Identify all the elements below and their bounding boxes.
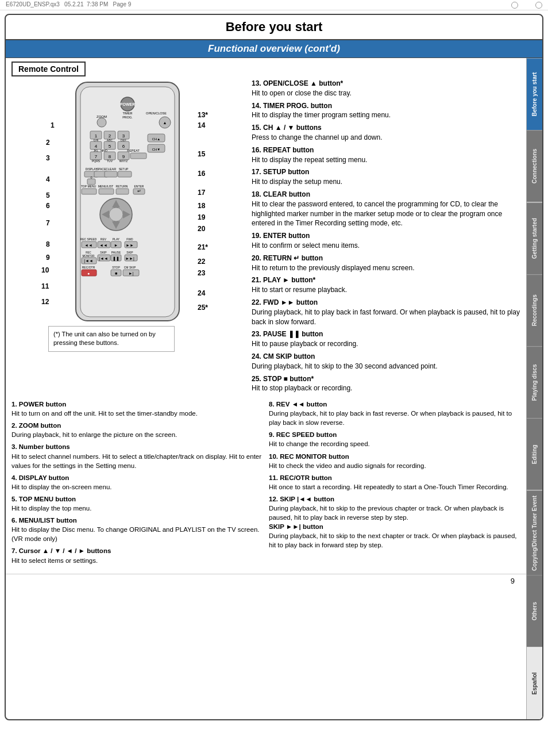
label-14: 14 [198, 121, 205, 129]
svg-text:REC/OTR: REC/OTR [82, 266, 95, 269]
side-tabs-container: Before you startConnectionsGetting start… [526, 58, 542, 719]
left-list-item: 4. DISPLAY buttonHit to display the on-s… [11, 473, 263, 492]
svg-text:REPEAT: REPEAT [127, 149, 140, 152]
right-list-item: 16. REPEAT buttonHit to display the repe… [252, 145, 522, 165]
svg-text:OPEN/CLOSE: OPEN/CLOSE [146, 112, 167, 115]
svg-text:TOP MENU: TOP MENU [81, 185, 97, 188]
label-18: 18 [198, 202, 205, 210]
svg-text:CM SKIP: CM SKIP [124, 266, 136, 269]
svg-rect-52 [118, 171, 132, 177]
right-list-item: 23. PAUSE ❚❚ buttonHit to pause playback… [252, 329, 522, 349]
left-list-item: 6. MENU/LIST buttonHit to display the Di… [11, 516, 263, 543]
svg-text:ENTER: ENTER [134, 185, 144, 188]
label-17: 17 [198, 189, 205, 197]
footnote: (*) The unit can also be turned on by pr… [48, 326, 175, 352]
svg-text:►►|: ►►| [125, 256, 134, 261]
label-6: 6 [46, 202, 50, 210]
svg-text:FWD: FWD [126, 237, 133, 241]
left-list-item: 9. REC SPEED buttonHit to change the rec… [269, 430, 520, 448]
label-24: 24 [198, 289, 205, 297]
label-22: 22 [198, 258, 205, 266]
label-9: 9 [46, 254, 50, 262]
left-list-item: 5. TOP MENU buttonHit to display the top… [11, 494, 263, 513]
label-20: 20 [198, 225, 205, 233]
svg-text:|◄◄: |◄◄ [99, 256, 108, 261]
svg-rect-48 [87, 179, 95, 185]
svg-text:PAUSE: PAUSE [111, 251, 121, 254]
label-5: 5 [46, 191, 50, 199]
svg-text:↵: ↵ [137, 189, 141, 194]
remote-control-label: Remote Control [11, 62, 86, 76]
svg-text:SKIP: SKIP [126, 251, 133, 254]
left-list-item: 3. Number buttonsHit to select channel n… [11, 442, 263, 470]
side-tab[interactable]: Before you start [527, 58, 542, 130]
right-list-item: 21. PLAY ► button*Hit to start or resume… [252, 275, 522, 295]
svg-text:2: 2 [109, 133, 111, 139]
svg-text:▲: ▲ [163, 121, 167, 125]
side-tab[interactable]: Getting started [527, 202, 542, 274]
svg-text:PROG.: PROG. [122, 116, 133, 119]
side-tab[interactable]: Copying/Direct Tuner Event [527, 490, 542, 575]
svg-rect-54 [82, 189, 97, 194]
svg-text:1: 1 [95, 133, 98, 139]
left-list-item: 2. ZOOM buttonDuring playback, hit to en… [11, 421, 263, 439]
svg-text:3: 3 [122, 133, 125, 139]
svg-text:◄◄: ◄◄ [84, 243, 92, 247]
label-2: 2 [46, 139, 50, 147]
side-tab[interactable]: Connections [527, 130, 542, 202]
svg-text:CH▲: CH▲ [152, 137, 161, 141]
left-list-item: 11. REC/OTR buttonHit once to start a re… [269, 473, 520, 492]
svg-text:STOP: STOP [112, 266, 120, 269]
page-title: Before you start [6, 15, 542, 40]
svg-text:TIMER: TIMER [122, 112, 132, 115]
right-list-item: 13. OPEN/CLOSE ▲ button*Hit to open or c… [252, 79, 522, 98]
section-title: Functional overview (cont'd) [6, 40, 542, 58]
svg-text:●: ● [87, 271, 90, 275]
svg-point-5 [97, 118, 106, 127]
svg-text:◄◄: ◄◄ [99, 243, 107, 247]
left-list-item: 8. REV ◄◄ buttonDuring playback, hit to … [269, 400, 520, 427]
svg-text:CH▼: CH▼ [152, 148, 161, 151]
label-13star: 13* [198, 111, 208, 119]
svg-text:WXYZ: WXYZ [119, 159, 128, 163]
side-tab[interactable]: Others [527, 575, 542, 647]
svg-text:CLEAR: CLEAR [106, 167, 116, 171]
svg-text:9: 9 [122, 154, 125, 159]
svg-text:POWER: POWER [120, 102, 135, 106]
svg-rect-58 [116, 189, 129, 194]
svg-text:5: 5 [109, 144, 111, 149]
left-list-item: 7. Cursor ▲ / ▼ / ◄ / ► buttonsHit to se… [11, 546, 263, 565]
left-list-item: 10. REC MONITOR buttonHit to check the v… [269, 452, 520, 470]
svg-text:TUV: TUV [107, 159, 113, 163]
label-4: 4 [46, 175, 50, 183]
label-7: 7 [46, 219, 50, 227]
label-15: 15 [198, 150, 205, 158]
label-19: 19 [198, 213, 205, 221]
left-list-item: 1. POWER buttonHit to turn on and off th… [11, 400, 263, 418]
label-12: 12 [41, 298, 49, 306]
svg-text:■: ■ [115, 271, 117, 275]
svg-text:REC: REC [86, 251, 91, 254]
svg-text:SPACE: SPACE [97, 167, 106, 171]
side-tab[interactable]: Recordings [527, 274, 542, 346]
svg-rect-50 [105, 171, 117, 177]
page-number: 9 [6, 574, 526, 588]
label-1: 1 [51, 121, 55, 129]
remote-diagram: 1 2 3 4 5 6 7 8 9 10 11 12 [8, 76, 249, 396]
right-list-item: 17. SETUP buttonHit to display the setup… [252, 167, 522, 187]
svg-text:REV: REV [101, 237, 107, 241]
label-21star: 21* [198, 243, 208, 251]
side-tab[interactable]: Editing [527, 418, 542, 490]
side-tab[interactable]: Playing discs [527, 346, 542, 418]
svg-text:SKIP: SKIP [100, 251, 107, 254]
label-11: 11 [41, 282, 49, 290]
right-list-item: 20. RETURN ↵ buttonHit to return to the … [252, 254, 522, 273]
svg-text:SETUP: SETUP [119, 167, 129, 171]
doc-info: E6720UD_ENSP.qx3 05.2.21 7:38 PM Page 9 [6, 1, 131, 9]
svg-text:MONITOR: MONITOR [82, 255, 95, 258]
svg-text:►: ► [114, 243, 118, 247]
svg-point-63 [109, 208, 123, 221]
side-tab[interactable]: Español [527, 647, 542, 719]
right-list-item: 18. CLEAR buttonHit to clear the passwor… [252, 190, 522, 228]
left-list-item: 12. SKIP |◄◄ buttonDuring playback, hit … [269, 494, 520, 550]
